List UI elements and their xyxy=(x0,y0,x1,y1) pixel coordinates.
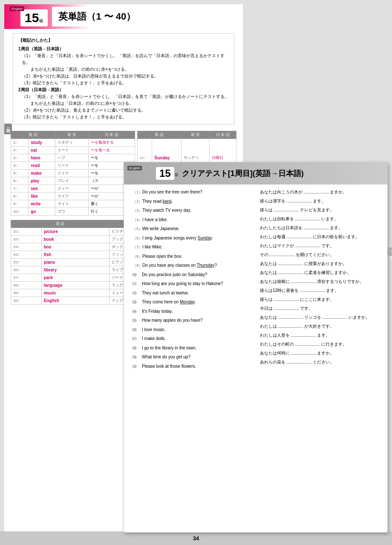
list-item: あなたはに柔道を練習しますか。 xyxy=(260,269,379,276)
overlay-content: （1） Do you see the tree over there? （2） … xyxy=(124,185,387,376)
overlay-header: English 15 級 クリアテスト[1周目](英語→日本語) xyxy=(124,162,387,185)
list-item: 彼らはテレビを見ます。 xyxy=(260,207,379,213)
list-item: （7） I like Mike. xyxy=(133,244,251,251)
list-item: （6） I sing Japanese songs every Sunday. xyxy=(133,235,251,242)
list-item: あなたは何時にますか。 xyxy=(260,350,379,356)
list-item: そのを開けてください。 xyxy=(260,251,379,258)
list-item: あなたは箱根に滞在するつもりですか。 xyxy=(260,278,379,285)
table-row: 1□study スタディ 〜を勉強する xyxy=(11,139,135,147)
list-item: あなたは向こうの木がますか。 xyxy=(260,189,379,195)
th-jp-2: 日 本 語 xyxy=(209,131,236,139)
instructions-box: 【暗記のしかた】 1周目（英語→日本語） （1）「発音」と「日本語」を赤シートで… xyxy=(13,33,234,124)
list-item: あなたはリンゴをいますか。 xyxy=(260,314,379,320)
week2-step2: （2）赤×をつけた単語は、覚えるまでノートに書いて暗記する。 xyxy=(22,107,229,114)
overlay-page: English 15 級 クリアテスト[1周目](英語→日本語) （1） Do … xyxy=(124,162,388,533)
list-item: わたしたちは日本語をます。 xyxy=(260,225,379,231)
list-item: ⒆ What time do you get up? xyxy=(133,354,251,360)
list-item: （4） I have a bike. xyxy=(133,216,251,223)
grade-number: 15 xyxy=(25,12,39,24)
vocab-table-1: 英 語 発 音 日 本 語 1□study スタディ 〜を勉強する 2□eat … xyxy=(11,131,135,216)
th-pron-2: 発 音 xyxy=(181,131,209,139)
table-row: 2□eat イート 〜を食べる xyxy=(11,147,135,154)
list-item: あなたはに授業がありますか。 xyxy=(260,260,379,267)
week1-section: 1周目（英語→日本語） （1）「発音」と「日本語」を赤シートでかくし、「英語」を… xyxy=(18,46,229,87)
page-number: 34 xyxy=(193,535,199,542)
table-row: 3□have ハブ 〜を xyxy=(11,154,135,162)
th-jp-1: 日 本 語 xyxy=(89,131,135,139)
table-row: 6□play プレイ （ス xyxy=(11,177,135,185)
list-item: 彼らはにここに来ます。 xyxy=(260,296,379,303)
list-item: ⒂ How many apples do you have? xyxy=(133,317,251,324)
page-number-bar: 34 xyxy=(0,531,392,545)
overlay-english-label: English xyxy=(127,166,142,170)
th-eng-2: 英 語 xyxy=(137,131,181,139)
list-item: わたしは自転車をいます。 xyxy=(260,216,379,222)
instructions-title: 【暗記のしかた】 xyxy=(18,37,229,44)
week1-step1: （1）「発音」と「日本語」を赤シートでかくし、「英語」を読んで「日本語」の意味が… xyxy=(22,52,229,66)
week2-section: 2周目（日本語→英語） （1）「英語」と「発音」を赤シートでかくし、「日本語」を… xyxy=(18,87,229,121)
week1-step3: （3）暗記できたら「テストします！」と手をあげる。 xyxy=(22,80,229,87)
week2-step1b: まちがえた単語は「日本語」の前の□に赤×をつける。 xyxy=(22,100,229,107)
list-item: ⒀ They come here on Monday. xyxy=(133,299,251,306)
overlay-side-tab: 15 級 xyxy=(387,248,392,256)
list-item: 今日はです。 xyxy=(260,305,379,311)
overlay-grade-number: 15 xyxy=(156,167,174,180)
table-row: 7□see スィー 〜が xyxy=(11,185,135,193)
questions-column: （1） Do you see the tree over there? （2） … xyxy=(133,189,251,372)
list-item: （9） Do you have any classes on Thursday? xyxy=(133,262,251,269)
side-tab: 難語 15 級 xyxy=(4,124,12,134)
english-label: English xyxy=(10,6,24,11)
table-row: 5□make メイク 〜を xyxy=(11,170,135,177)
list-item: 彼らは12時に昼食をます。 xyxy=(260,287,379,294)
grade-box: 15 級 xyxy=(20,9,48,26)
th-pron-1: 発 音 xyxy=(55,131,88,139)
list-item: （8） Please open the box. xyxy=(133,253,251,260)
list-item: わたしはその町のに行きます。 xyxy=(260,341,379,347)
list-item: ⑾ How long are you going to stay in Hako… xyxy=(133,280,251,287)
list-item: ⒅ I go to the library in the town. xyxy=(133,345,251,352)
list-item: ⒁ It's Friday today. xyxy=(133,308,251,315)
week2-step1: （1）「英語」と「発音」を赤シートでかくし、「日本語」を見て「英語」が書けるかノ… xyxy=(22,93,229,100)
list-item: ⒇ Please look at those flowers. xyxy=(133,363,251,370)
answers-column: あなたは向こうの木がますか。 彼らは漢字をます。 彼らはテレビを見ます。 わたし… xyxy=(260,189,379,372)
grade-suffix: 級 xyxy=(39,18,43,24)
list-item: （3） They watch TV every day. xyxy=(133,207,251,214)
list-item: 彼らは漢字をます。 xyxy=(260,198,379,204)
th-eng-1: 英 語 xyxy=(11,131,55,139)
week1-title: 1周目（英語→日本語） xyxy=(18,46,63,51)
table-row: 10□go ゴウ 行く xyxy=(11,208,135,216)
list-item: （2） They read kanji. xyxy=(133,198,251,205)
table-row: 9□write ライト 書く xyxy=(11,200,135,208)
list-item: わたしはが大好きです。 xyxy=(260,323,379,329)
page-title: 英単語（1 〜 40） xyxy=(52,7,142,26)
week1-step2: （2）赤×をつけた単語は、日本語の意味が言えるまで自分で暗記する。 xyxy=(22,73,229,80)
main-header: English 15 級 英単語（1 〜 40） xyxy=(4,4,243,29)
list-item: わたしはマイクがです。 xyxy=(260,242,379,249)
overlay-title: クリアテスト[1周目](英語→日本語) xyxy=(182,168,304,179)
overlay-grade-suffix: 級 xyxy=(175,172,179,178)
table-row: 8□like ライク 〜が xyxy=(11,193,135,200)
list-item: ⒄ I make dolls. xyxy=(133,335,251,342)
list-item: あれらの花をください。 xyxy=(260,359,379,365)
list-item: （1） Do you see the tree over there? xyxy=(133,189,251,196)
week2-step3: （3）暗記できたら「テストします！」と手をあげる。 xyxy=(22,114,229,121)
list-item: ⑿ They eat lunch at twelve. xyxy=(133,290,251,297)
list-item: ⑽ Do you practice judo on Saturday? xyxy=(133,271,251,278)
th-eng-3: 英 語 xyxy=(11,220,110,228)
list-item: わたしは人形をます。 xyxy=(260,332,379,338)
list-item: （5） We write Japanese. xyxy=(133,225,251,232)
list-item: わたしは毎週に日本の歌を歌います。 xyxy=(260,234,379,240)
list-item: ⒃ I love music. xyxy=(133,326,251,333)
week1-step1b: まちがえた単語は「英語」の前の□に赤×をつける。 xyxy=(22,66,229,73)
week2-title: 2周目（日本語→英語） xyxy=(18,87,63,92)
table-row: 4□read リード 〜を xyxy=(11,162,135,170)
